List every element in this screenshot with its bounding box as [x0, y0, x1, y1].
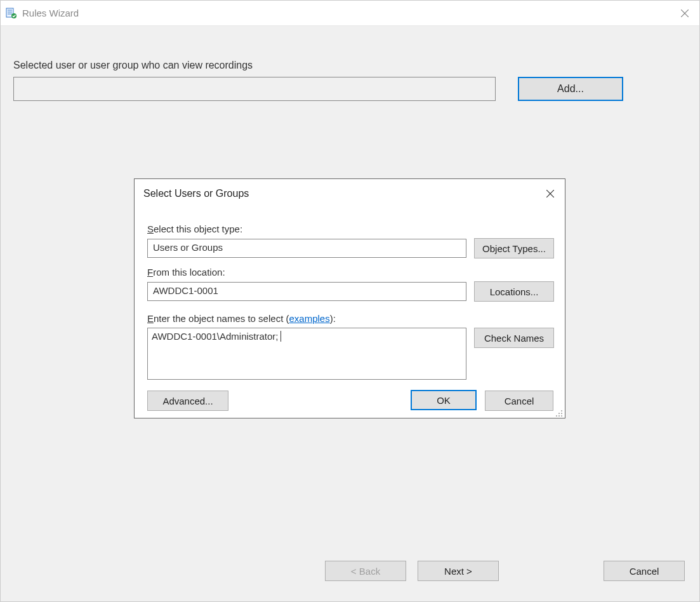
locations-button[interactable]: Locations... [474, 281, 554, 302]
object-type-field: Users or Groups [147, 239, 466, 258]
titlebar: Rules Wizard [1, 1, 699, 26]
back-button: < Back [325, 561, 406, 581]
check-names-button[interactable]: Check Names [474, 328, 554, 348]
enter-names-label: Enter the object names to select (exampl… [147, 313, 336, 324]
dialog-cancel-button[interactable]: Cancel [485, 391, 553, 411]
svg-point-11 [561, 413, 562, 414]
ok-button[interactable]: OK [411, 390, 477, 410]
svg-point-13 [558, 415, 560, 417]
dialog-title: Select Users or Groups [143, 188, 249, 199]
object-types-button-label: Object Types... [482, 243, 546, 254]
object-type-value: Users or Groups [153, 242, 223, 253]
dialog-close-button[interactable] [536, 179, 565, 208]
back-button-label: < Back [351, 566, 380, 577]
location-label: From this location: [147, 267, 225, 278]
section-label: Selected user or user group who can view… [13, 60, 253, 71]
advanced-button-label: Advanced... [162, 396, 213, 406]
selected-user-field [13, 77, 496, 101]
object-type-label: Select this object type: [147, 224, 242, 234]
svg-point-12 [556, 415, 557, 417]
svg-point-4 [11, 13, 17, 18]
object-types-button[interactable]: Object Types... [474, 238, 554, 258]
window-title: Rules Wizard [22, 8, 79, 18]
locations-button-label: Locations... [490, 286, 539, 297]
advanced-button[interactable]: Advanced... [147, 391, 228, 411]
location-field: AWDDC1-0001 [147, 282, 466, 301]
dialog-cancel-button-label: Cancel [505, 396, 534, 406]
select-users-dialog: Select Users or Groups Select this objec… [134, 178, 565, 418]
ok-button-label: OK [437, 395, 451, 406]
add-button-label: Add... [557, 83, 584, 95]
check-names-button-label: Check Names [484, 333, 544, 344]
svg-point-9 [561, 410, 562, 411]
rules-wizard-window: Rules Wizard Selected user or user group… [0, 0, 700, 602]
svg-point-10 [558, 413, 560, 414]
cancel-button[interactable]: Cancel [604, 561, 685, 581]
object-names-input[interactable]: AWDDC1-0001\Administrator; [147, 328, 466, 380]
add-button[interactable]: Add... [518, 77, 623, 101]
next-button-label: Next > [444, 566, 472, 577]
object-names-value: AWDDC1-0001\Administrator; [152, 331, 279, 342]
cancel-button-label: Cancel [630, 566, 659, 577]
app-icon [6, 8, 17, 19]
examples-link[interactable]: examples [289, 313, 329, 324]
close-button[interactable] [670, 1, 699, 26]
resize-grip-icon[interactable] [555, 408, 563, 416]
wizard-buttons: < Back Next > Cancel [1, 561, 699, 584]
next-button[interactable]: Next > [418, 561, 499, 581]
location-value: AWDDC1-0001 [153, 285, 218, 296]
svg-point-14 [561, 415, 562, 417]
dialog-titlebar: Select Users or Groups [135, 179, 565, 208]
